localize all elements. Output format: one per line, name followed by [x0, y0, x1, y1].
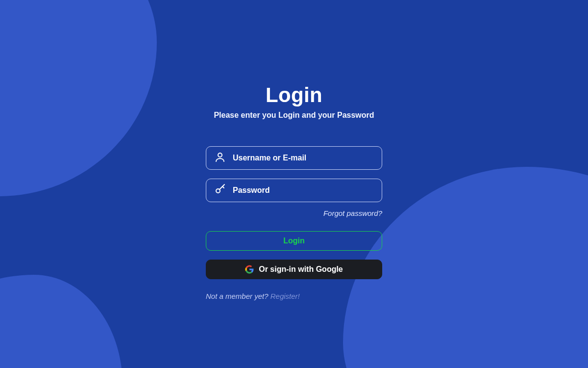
user-icon: [214, 151, 226, 165]
password-field[interactable]: [206, 179, 382, 202]
login-form: Forgot password? Login Or sign-in with G…: [206, 146, 382, 300]
login-panel: Login Please enter you Login and your Pa…: [0, 0, 588, 368]
register-link[interactable]: Register!: [270, 292, 300, 300]
forgot-password-link[interactable]: Forgot password?: [206, 209, 382, 217]
username-input[interactable]: [233, 154, 374, 162]
google-icon: [245, 265, 254, 274]
google-signin-button[interactable]: Or sign-in with Google: [206, 260, 382, 279]
login-button-label: Login: [283, 237, 305, 245]
google-button-label: Or sign-in with Google: [259, 265, 343, 274]
page-subtitle: Please enter you Login and your Password: [214, 111, 374, 120]
register-prompt: Not a member yet? Register!: [206, 292, 382, 300]
username-field[interactable]: [206, 146, 382, 170]
not-member-text: Not a member yet?: [206, 292, 270, 300]
page-title: Login: [266, 83, 322, 107]
login-button[interactable]: Login: [206, 231, 382, 251]
password-input[interactable]: [233, 186, 374, 195]
key-icon: [214, 184, 226, 197]
svg-point-0: [218, 153, 222, 157]
